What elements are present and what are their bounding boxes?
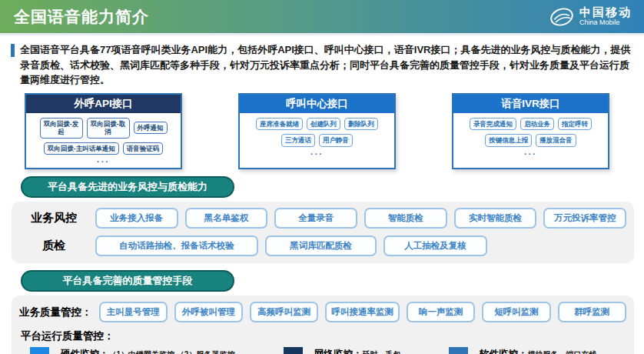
capability-button[interactable]: 黑名单鉴权 [185,208,268,229]
section-pill-quality-control: 平台具备完善的质量管控手段 [21,270,234,292]
accent-bar [11,44,15,57]
api-box-outbound-api: 外呼API接口 双向回拨-发起 双向回拨-取消 外呼通知 双向回拨-主叫话单通知… [25,93,182,170]
api-chip[interactable]: 语音验证码 [123,142,164,155]
intro-text: 全国语音平台具备77项语音呼叫类业务API能力，包括外呼API接口、呼叫中心接口… [20,42,633,88]
capability-button[interactable]: 实时智能质检 [454,208,537,229]
api-chip[interactable]: 用户静音 [319,134,353,147]
monitor-desc: 延时、丢包 [363,349,401,354]
api-chip[interactable]: 双向回拨-取消 [87,118,130,139]
runtime-monitors-row: 硬件监控： （1）中继网关监控 （2）服务器监控 网络监控： 延时、丢包 软件监… [30,347,626,354]
logo-text: 中国移动 China Mobile [579,6,632,26]
monitor-desc: 模块服务、端口在线 [528,349,597,354]
runtime-quality-label: 平台运行质量管控： [21,329,626,343]
row-label-business-risk: 业务风控 [19,211,88,225]
api-chip[interactable]: 启动业务 [520,118,554,131]
api-boxes: 外呼API接口 双向回拨-发起 双向回拨-取消 外呼通知 双向回拨-主叫话单通知… [0,92,644,170]
legend-square-software [449,347,468,354]
legend-square-network [284,347,303,354]
quality-control-panel: 业务质量管控： 主叫显号管理 外呼被叫管理 高频呼叫监测 呼叫接通率监测 响一声… [12,296,634,354]
monitor-item-software: 软件监控： 模块服务、端口在线 [449,347,626,354]
business-quality-row: 业务质量管控： 主叫显号管理 外呼被叫管理 高频呼叫监测 呼叫接通率监测 响一声… [19,302,626,322]
api-box-body: 录音完成通知 启动业务 指定呼转 按键信息上报 播放混合音 ··· [453,113,608,161]
ellipsis: ··· [243,151,391,159]
slide-title-bar: 全国语音能力简介 中国移动 China Mobile [0,0,644,35]
quality-button[interactable]: 短呼叫监测 [482,302,550,322]
api-box-body: 座席准备就绪 创建队列 删除队列 三方通话 用户静音 ··· [240,113,394,161]
ellipsis: ··· [456,151,605,159]
api-chip[interactable]: 创建队列 [307,118,340,131]
api-box-title: 语音IVR接口 [453,95,608,113]
api-chip[interactable]: 删除队列 [344,118,378,131]
monitor-item-hardware: 硬件监控： （1）中继网关监控 （2）服务器监控 [30,347,284,354]
quality-button[interactable]: 群呼监测 [558,302,626,322]
logo-text-en: China Mobile [579,19,632,27]
china-mobile-logo: 中国移动 China Mobile [549,5,632,28]
api-chip[interactable]: 双向回拨-主叫话单通知 [44,142,119,155]
api-chip[interactable]: 录音完成通知 [470,118,516,131]
quality-button[interactable]: 主叫显号管理 [99,302,168,322]
quality-button[interactable]: 呼叫接通率监测 [325,302,400,322]
quality-button[interactable]: 外呼被叫管理 [174,302,243,322]
capability-button[interactable]: 全量录音 [274,208,357,229]
business-quality-label: 业务质量管控： [19,306,92,319]
capability-button[interactable]: 人工抽检及复核 [383,235,487,256]
api-chip[interactable]: 座席准备就绪 [256,118,303,131]
china-mobile-logo-icon [549,5,574,28]
quality-check-row: 质检 自动话路抽检、报备话术校验 黑词库匹配质检 人工抽检及复核 [19,235,626,256]
intro-section: 全国语音平台具备77项语音呼叫类业务API能力，包括外呼API接口、呼叫中心接口… [0,35,644,92]
monitor-item-network: 网络监控： 延时、丢包 [284,347,449,354]
monitor-label: 软件监控： [480,348,528,354]
capability-button[interactable]: 业务接入报备 [95,208,178,229]
monitor-label: 网络监控： [314,348,363,354]
section-pill-risk-qc: 平台具备先进的业务风控与质检能力 [21,176,234,198]
api-box-voice-ivr: 语音IVR接口 录音完成通知 启动业务 指定呼转 按键信息上报 播放混合音 ··… [452,93,609,170]
api-box-title: 呼叫中心接口 [240,95,394,113]
capability-button[interactable]: 万元投诉率管控 [543,208,626,229]
api-chip[interactable]: 指定呼转 [558,118,592,131]
api-chip[interactable]: 外呼通知 [134,122,168,135]
api-chip[interactable]: 三方通话 [281,134,315,147]
api-box-title: 外呼API接口 [26,95,181,113]
business-risk-row: 业务风控 业务接入报备 黑名单鉴权 全量录音 智能质检 实时智能质检 万元投诉率… [19,208,626,229]
risk-qc-panel: 业务风控 业务接入报备 黑名单鉴权 全量录音 智能质检 实时智能质检 万元投诉率… [12,202,634,263]
api-box-call-center: 呼叫中心接口 座席准备就绪 创建队列 删除队列 三方通话 用户静音 ··· [238,93,396,170]
api-chip[interactable]: 双向回拨-发起 [40,118,83,139]
api-chip[interactable]: 按键信息上报 [485,134,532,147]
monitor-desc: （1）中继网关监控 （2）服务器监控 [109,349,235,354]
capability-button[interactable]: 智能质检 [364,208,447,229]
logo-text-cn: 中国移动 [579,6,632,19]
row-label-quality-check: 质检 [19,239,88,253]
quality-button[interactable]: 响一声监测 [407,302,475,322]
quality-button[interactable]: 高频呼叫监测 [250,302,318,322]
page-title: 全国语音能力简介 [14,6,149,28]
legend-square-hardware [30,347,49,354]
monitor-label: 硬件监控： [61,348,109,354]
capability-button[interactable]: 自动话路抽检、报备话术校验 [95,235,258,256]
capability-button[interactable]: 黑词库匹配质检 [265,235,377,256]
api-box-body: 双向回拨-发起 双向回拨-取消 外呼通知 双向回拨-主叫话单通知 语音验证码 ·… [26,113,181,169]
api-chip[interactable]: 播放混合音 [536,134,576,147]
ellipsis: ··· [29,159,178,166]
